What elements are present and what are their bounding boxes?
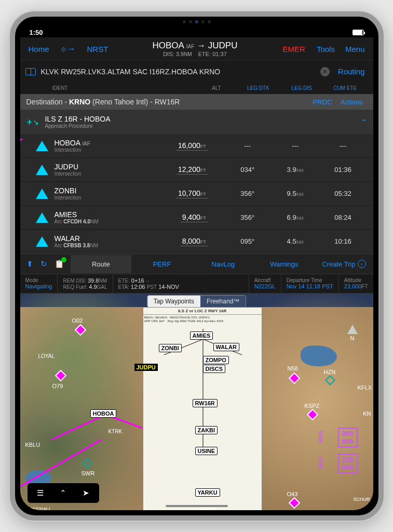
freehand-toggle[interactable]: Freehand™ (200, 296, 246, 307)
actions-button[interactable]: Actions (336, 98, 367, 106)
wp-dis: 6.9NM (272, 214, 319, 221)
moa-box: 090005 (338, 428, 358, 447)
wp-dis: 3.9NM (272, 166, 319, 174)
vor-marker[interactable] (84, 460, 91, 467)
menu-button[interactable]: Menu (342, 43, 368, 56)
leg-to: JUDPU (208, 41, 238, 50)
create-trip-button[interactable]: Create Trip› (315, 255, 373, 273)
wp-altitude[interactable]: 9,400FT (150, 212, 223, 222)
airport-marker[interactable] (308, 410, 317, 419)
ete-eta-cell[interactable]: ETE: 0+16 -- ETA: 12:06 PST 14-NOV (113, 274, 249, 293)
wp-ete: 05:32 (319, 190, 367, 197)
wp-type: Intersection (55, 171, 150, 177)
route-string-bar: KLVK RW25R.LVK3.ALTAM SAC I16RZ.HOBOA KR… (20, 60, 373, 82)
tab-warnings[interactable]: Warnings (254, 255, 315, 273)
vor-marker[interactable] (327, 377, 334, 384)
fix-yarku: YARKU (195, 488, 220, 497)
wp-dtk: 095° (224, 237, 272, 245)
label-o02: O02 (72, 317, 83, 324)
sync-icon[interactable]: ↻ (40, 259, 47, 269)
col-ident: IDENT (26, 85, 168, 91)
layers-icon[interactable]: ☰ (30, 485, 51, 501)
airport-marker[interactable] (290, 374, 299, 382)
col-cum-ete[interactable]: CUM ETE (323, 85, 367, 91)
tab-route[interactable]: Route (71, 255, 132, 273)
waypoint-row[interactable]: ZONBI Intersection 10,700FT 356° 9.5NM 0… (20, 182, 373, 206)
direct-to-icon[interactable]: ⟐→ (57, 44, 80, 55)
airport-marker[interactable] (290, 499, 299, 507)
wp-dtk: 034° (224, 166, 272, 174)
top-nav-bar: Home ⟐→ NRST HOBOA IAF → JUDPU DIS: 3.9N… (20, 37, 373, 60)
chart-title: ILS Z or LOC Z RWY 16R (143, 308, 262, 315)
book-icon[interactable] (25, 68, 36, 75)
arrow-circle-icon: › (358, 260, 366, 268)
wp-altitude[interactable]: 12,200FT (150, 165, 223, 175)
clear-route-icon[interactable]: ✕ (320, 67, 330, 76)
departure-cell[interactable]: Departure Time Nov 14 11:18 PST (281, 274, 339, 293)
wp-ident: HOBOA (55, 139, 80, 147)
share-icon[interactable]: ⬆︎ (26, 259, 33, 269)
altitude-cell[interactable]: Altitude 23,000FT (339, 274, 373, 293)
status-time: 1:50 (30, 29, 43, 36)
map-view[interactable]: Tap Waypoints Freehand™ ILS Z or LOC Z R… (20, 294, 373, 510)
fuel-cell[interactable]: REM DIS: 39.8NM REQ Fuel: 4.9GAL (58, 274, 113, 293)
mode-cell[interactable]: Mode Navigating (20, 274, 58, 293)
tools-button[interactable]: Tools (314, 43, 338, 56)
wp-type: Arc CFBSB 3.8NM (55, 243, 150, 248)
home-indicator[interactable] (166, 505, 228, 507)
waypoint-row[interactable]: AMIES Arc CFCDH 4.0NM 9,400FT 356° 6.9NM… (20, 206, 373, 230)
fix-amies: AMIES (190, 331, 213, 340)
label-n58: N58 (288, 365, 298, 371)
waypoint-row[interactable]: HOBOA IAF Intersection 16,000FT --- --- … (20, 134, 373, 158)
north-arrow-icon: N (347, 325, 358, 341)
wp-type: Intersection (55, 195, 150, 201)
wp-dis: --- (272, 142, 319, 150)
column-headers: IDENT ALT LEG DTK LEG DIS CUM ETE (20, 82, 373, 94)
col-leg-dtk[interactable]: LEG DTK (237, 85, 280, 91)
map-edit-toggle[interactable]: Tap Waypoints Freehand™ (147, 295, 247, 308)
location-arrow-icon[interactable]: ➤ (75, 485, 97, 501)
wp-ident: JUDPU (55, 163, 150, 171)
fix-hoboa[interactable]: HOBOA (90, 409, 117, 418)
proc-button[interactable]: PROC (308, 98, 336, 106)
route-string[interactable]: KLVK RW25R.LVK3.ALTAM SAC I16RZ.HOBOA KR… (41, 68, 315, 76)
airport-marker[interactable] (76, 326, 85, 334)
wp-ident: AMIES (55, 210, 150, 219)
tab-navlog[interactable]: NavLog (193, 255, 254, 273)
fix-judpu-active[interactable]: JUDPU (134, 364, 158, 371)
nrst-button[interactable]: NRST (84, 43, 112, 56)
label-swr: SWR (82, 470, 95, 476)
home-button[interactable]: Home (25, 43, 52, 56)
center-icon[interactable]: ⌃ (52, 485, 74, 501)
wp-ete: 10:16 (319, 237, 367, 245)
fix-walar: WALAR (213, 343, 239, 351)
waypoint-icon (36, 189, 48, 199)
routing-button[interactable]: Routing (335, 65, 368, 78)
leg-from: HOBOA (153, 41, 184, 50)
chevron-down-icon[interactable]: ⌃ (361, 118, 367, 126)
waypoint-row[interactable]: JUDPU Intersection 12,200FT 034° 3.9NM 0… (20, 158, 373, 182)
approach-chart-inset[interactable]: ILS Z or LOC Z RWY 16R RENO, NEVADA RENO… (143, 307, 262, 510)
aircraft-cell[interactable]: Aircraft N222GL (249, 274, 281, 293)
emer-button[interactable]: EMER (279, 43, 309, 56)
battery-icon (353, 30, 364, 35)
wp-altitude[interactable]: 8,000FT (150, 236, 223, 246)
destination-row[interactable]: Destination - KRNO (Reno Tahoe Intl) - R… (20, 94, 373, 110)
tap-waypoints-toggle[interactable]: Tap Waypoints (147, 296, 200, 307)
airport-marker[interactable] (57, 371, 65, 380)
waypoint-row[interactable]: WALAR Arc CFBSB 3.8NM 8,000FT 095° 4.5NM… (20, 230, 373, 254)
procedure-header[interactable]: ✈︎↘ ILS Z 16R - HOBOA Approach Procedure… (20, 110, 373, 134)
label-o79: O79 (52, 383, 63, 389)
col-leg-dis[interactable]: LEG DIS (280, 85, 323, 91)
label-kn: KN (363, 410, 371, 417)
approach-icon: ✈︎↘ (26, 118, 39, 126)
wp-altitude[interactable]: 16,000FT (150, 141, 223, 151)
clipboard-check-icon[interactable]: 📋 (55, 259, 64, 269)
label-schur: SCHUR (353, 497, 370, 502)
wp-altitude[interactable]: 10,700FT (150, 189, 223, 198)
tab-perf[interactable]: PERF (131, 255, 193, 273)
label-o43: O43 (287, 491, 298, 497)
fix-kmev[interactable]: KMEV (199, 507, 216, 510)
label-foresthill: FORESTHILL (23, 507, 52, 510)
active-leg-header[interactable]: HOBOA IAF → JUDPU DIS: 3.9NM ETE: 01:37 (115, 41, 274, 57)
